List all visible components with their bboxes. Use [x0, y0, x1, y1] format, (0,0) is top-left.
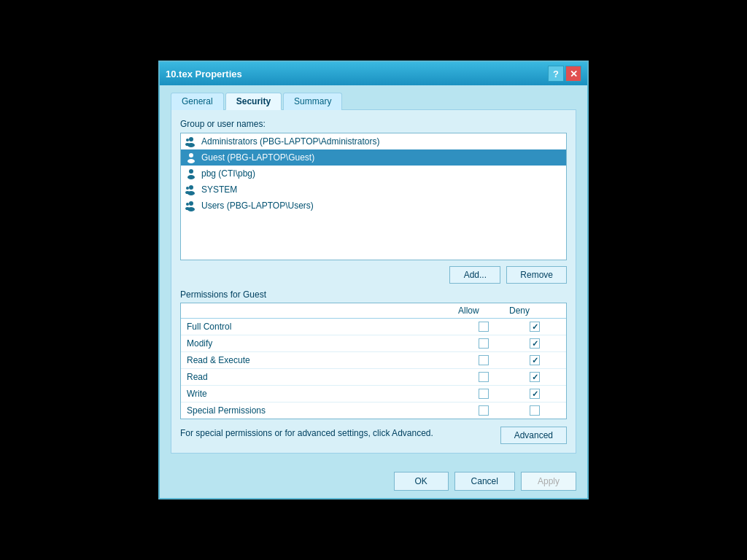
- perm-read-execute-allow[interactable]: [458, 355, 509, 365]
- dialog-title: 10.tex Properties: [166, 69, 242, 79]
- checkbox-write-allow[interactable]: [479, 389, 489, 399]
- add-button[interactable]: Add...: [449, 266, 500, 284]
- perm-row-write: Write: [181, 386, 566, 402]
- advanced-description: For special permissions or for advanced …: [180, 427, 433, 440]
- content-area: Group or user names: Administrators (PBG…: [171, 109, 576, 454]
- permissions-label: Permissions for Guest: [180, 289, 567, 300]
- tab-summary[interactable]: Summary: [283, 93, 342, 110]
- checkbox-read-execute-allow[interactable]: [479, 355, 489, 365]
- tabs: General Security Summary: [171, 93, 576, 110]
- perm-modify-deny[interactable]: [509, 338, 560, 349]
- user-icon-administrators: [185, 136, 197, 147]
- user-list[interactable]: Administrators (PBG-LAPTOP\Administrator…: [180, 133, 567, 260]
- perm-special-label: Special Permissions: [187, 405, 458, 416]
- user-item-administrators[interactable]: Administrators (PBG-LAPTOP\Administrator…: [181, 133, 566, 149]
- apply-button[interactable]: Apply: [521, 472, 576, 491]
- checkbox-full-control-allow[interactable]: [479, 322, 489, 332]
- perm-row-modify: Modify: [181, 335, 566, 352]
- advanced-button[interactable]: Advanced: [500, 427, 567, 444]
- svg-point-2: [186, 139, 189, 141]
- svg-point-6: [189, 169, 193, 174]
- perm-read-deny[interactable]: [509, 372, 560, 382]
- perm-full-control-deny[interactable]: [509, 322, 560, 332]
- help-button[interactable]: ?: [548, 66, 564, 82]
- perm-row-read-execute: Read & Execute: [181, 352, 566, 369]
- svg-point-3: [185, 143, 190, 146]
- svg-point-12: [189, 201, 193, 206]
- properties-dialog: 10.tex Properties ? ✕ General Security S…: [158, 61, 589, 499]
- checkbox-special-allow[interactable]: [479, 405, 489, 416]
- title-buttons: ? ✕: [548, 66, 581, 82]
- perm-special-allow[interactable]: [458, 405, 509, 416]
- perm-full-control-label: Full Control: [187, 322, 458, 332]
- user-item-users[interactable]: Users (PBG-LAPTOP\Users): [181, 198, 566, 214]
- user-icon-guest: [185, 152, 197, 163]
- perm-modify-allow[interactable]: [458, 338, 509, 349]
- svg-point-4: [189, 153, 193, 158]
- svg-point-7: [187, 175, 195, 179]
- permissions-table: Allow Deny Full Control Modify: [180, 303, 567, 419]
- checkbox-read-deny[interactable]: [530, 372, 540, 382]
- svg-point-5: [187, 159, 195, 163]
- dialog-body: General Security Summary Group or user n…: [160, 85, 587, 464]
- perm-full-control-allow[interactable]: [458, 322, 509, 332]
- perm-write-label: Write: [187, 389, 458, 399]
- perm-modify-label: Modify: [187, 338, 458, 349]
- user-item-system[interactable]: SYSTEM: [181, 182, 566, 198]
- allow-column-header: Allow: [458, 306, 509, 316]
- checkbox-special-deny[interactable]: [530, 405, 540, 416]
- deny-column-header: Deny: [509, 306, 560, 316]
- permissions-header: Allow Deny: [181, 303, 566, 319]
- user-action-buttons: Add... Remove: [180, 266, 567, 284]
- user-item-pbg[interactable]: pbg (CTI\pbg): [181, 166, 566, 182]
- perm-row-read: Read: [181, 369, 566, 386]
- perm-read-execute-deny[interactable]: [509, 355, 560, 365]
- advanced-section: For special permissions or for advanced …: [180, 427, 567, 444]
- close-button[interactable]: ✕: [565, 66, 581, 82]
- checkbox-read-execute-deny[interactable]: [530, 355, 540, 365]
- title-bar: 10.tex Properties ? ✕: [160, 62, 587, 85]
- perm-write-allow[interactable]: [458, 389, 509, 399]
- user-icon-pbg: [185, 168, 197, 179]
- svg-point-14: [186, 203, 189, 206]
- tab-security[interactable]: Security: [225, 93, 282, 110]
- svg-point-15: [185, 207, 190, 210]
- perm-read-execute-label: Read & Execute: [187, 355, 458, 365]
- checkbox-write-deny[interactable]: [530, 389, 540, 399]
- user-icon-system: [185, 184, 197, 195]
- user-item-guest[interactable]: Guest (PBG-LAPTOP\Guest): [181, 149, 566, 166]
- tab-general[interactable]: General: [171, 93, 224, 110]
- perm-read-allow[interactable]: [458, 372, 509, 382]
- checkbox-full-control-deny[interactable]: [530, 322, 540, 332]
- cancel-button[interactable]: Cancel: [454, 472, 515, 491]
- user-icon-users: [185, 200, 197, 211]
- svg-point-11: [185, 191, 190, 194]
- checkbox-read-allow[interactable]: [479, 372, 489, 382]
- ok-button[interactable]: OK: [394, 472, 449, 491]
- checkbox-modify-deny[interactable]: [530, 338, 540, 349]
- remove-button[interactable]: Remove: [506, 266, 567, 284]
- perm-write-deny[interactable]: [509, 389, 560, 399]
- perm-row-full-control: Full Control: [181, 319, 566, 335]
- perm-row-special: Special Permissions: [181, 402, 566, 419]
- svg-point-10: [186, 187, 189, 190]
- footer-buttons: OK Cancel Apply: [160, 464, 587, 498]
- checkbox-modify-allow[interactable]: [479, 338, 489, 349]
- perm-read-label: Read: [187, 372, 458, 382]
- svg-point-8: [189, 185, 193, 190]
- group-label: Group or user names:: [180, 119, 567, 129]
- svg-point-0: [189, 137, 193, 141]
- perm-special-deny[interactable]: [509, 405, 560, 416]
